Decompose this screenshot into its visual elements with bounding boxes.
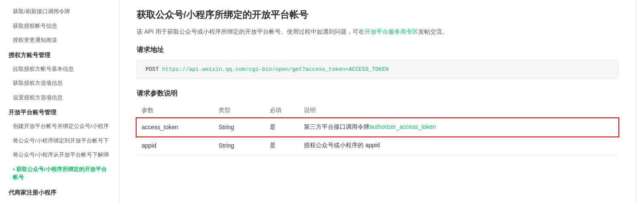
cell-desc-access-token-text: 第三方平台接口调用令牌 xyxy=(304,123,370,130)
page-desc-suffix: 发帖交流。 xyxy=(418,28,448,35)
sidebar-item-bind-to-open[interactable]: 将公众号/小程序绑定到开放平台帐号下 xyxy=(0,134,119,148)
code-url: https://api.weixin.qq.com/cgi-bin/open/g… xyxy=(162,66,389,73)
sidebar-item-refresh-token[interactable]: 获取/刷新接口调用令牌 xyxy=(0,4,119,19)
sidebar-item-get-bound-open[interactable]: 获取公众号/小程序所绑定的开放平台帐号 xyxy=(0,162,119,185)
cell-required-appid: 是 xyxy=(265,137,299,155)
sidebar-item-pull-account-info[interactable]: 拉取授权方帐号基本信息 xyxy=(0,62,119,76)
code-method: POST xyxy=(146,66,159,73)
right-sidebar xyxy=(635,0,644,203)
cell-type-appid: String xyxy=(213,137,265,155)
col-header-type: 类型 xyxy=(213,103,265,118)
params-table: 参数 类型 必填 说明 access_token String 是 第三方平台接… xyxy=(137,103,618,155)
sidebar: 获取/刷新接口调用令牌 获取授权帐号信息 授权变更通知推送 授权方账号管理 拉取… xyxy=(0,0,119,203)
page-desc-prefix: 该 API 用于获取公众号或小程序所绑定的开放平台帐号。使用过程中如遇到问题，可… xyxy=(137,28,364,35)
main-content: 获取公众号/小程序所绑定的开放平台帐号 该 API 用于获取公众号或小程序所绑定… xyxy=(119,0,635,203)
cell-desc-appid: 授权公众号或小程序的 appid xyxy=(299,137,618,155)
col-header-param: 参数 xyxy=(137,103,213,118)
sidebar-item-auth-change-notify[interactable]: 授权变更通知推送 xyxy=(0,33,119,47)
cell-desc-access-token-link[interactable]: authorizer_access_token xyxy=(370,123,436,130)
page-title: 获取公众号/小程序所绑定的开放平台帐号 xyxy=(137,9,618,21)
sidebar-section-account-mgmt: 授权方账号管理 xyxy=(0,47,119,62)
request-section-title: 请求地址 xyxy=(137,46,618,55)
sidebar-item-unbind-from-open[interactable]: 将公众号/小程序从开放平台帐号下解绑 xyxy=(0,148,119,162)
table-row-access-token: access_token String 是 第三方平台接口调用令牌authori… xyxy=(137,118,618,137)
sidebar-item-set-auth-option[interactable]: 设置授权方选项信息 xyxy=(0,90,119,105)
sidebar-item-auth-account-info[interactable]: 获取授权帐号信息 xyxy=(0,19,119,33)
sidebar-section-register-miniapp: 代商家注册小程序 xyxy=(0,185,119,199)
col-header-desc: 说明 xyxy=(299,103,618,118)
table-row-appid: appid String 是 授权公众号或小程序的 appid xyxy=(137,137,618,155)
page-description: 该 API 用于获取公众号或小程序所绑定的开放平台帐号。使用过程中如遇到问题，可… xyxy=(137,26,618,37)
sidebar-item-create-open-account[interactable]: 创建开放平台帐号并绑定公众号/小程序 xyxy=(0,119,119,134)
page-desc-link[interactable]: 开放平台服务商专区 xyxy=(364,28,418,35)
params-section-title: 请求参数说明 xyxy=(137,89,618,98)
cell-required-access-token: 是 xyxy=(265,118,299,137)
cell-param-access-token: access_token xyxy=(137,118,213,137)
col-header-required: 必填 xyxy=(265,103,299,118)
code-block: POST https://api.weixin.qq.com/cgi-bin/o… xyxy=(137,60,618,79)
cell-param-appid: appid xyxy=(137,137,213,155)
sidebar-section-open-platform: 开放平台账号管理 xyxy=(0,105,119,119)
sidebar-item-get-auth-option[interactable]: 获取授权方选项信息 xyxy=(0,76,119,90)
cell-desc-access-token: 第三方平台接口调用令牌authorizer_access_token xyxy=(299,118,618,137)
cell-type-access-token: String xyxy=(213,118,265,137)
